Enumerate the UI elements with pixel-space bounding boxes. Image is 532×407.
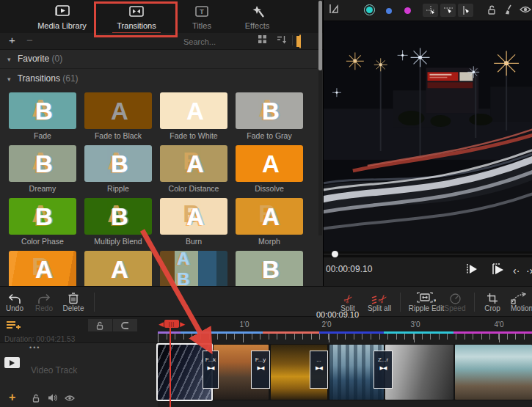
transition-marker-label: Z...r: [374, 356, 392, 363]
seekbar-track: [324, 254, 532, 254]
tab-label: Media Library: [37, 21, 87, 30]
transition-tile[interactable]: A B Multiply Blend: [84, 198, 152, 246]
tab-transitions[interactable]: Transitions: [103, 4, 170, 34]
play-from-playhead-button[interactable]: [465, 263, 478, 275]
transition-tile[interactable]: B: [236, 251, 303, 286]
line-snap-cursor-tool[interactable]: [458, 4, 473, 17]
timeline-ruler[interactable]: 00:00:09.10 1'0 2'0 3'0 4'0: [158, 317, 532, 342]
transition-label: Burn: [160, 237, 227, 246]
sort-icon[interactable]: [277, 35, 287, 44]
playhead-left-arrow-icon[interactable]: ◀: [158, 320, 164, 328]
redo-button[interactable]: Redo: [31, 290, 57, 312]
split-button[interactable]: ✂ Split: [332, 290, 363, 312]
remove-favorite-button[interactable]: −: [26, 33, 33, 48]
lock-icon[interactable]: [487, 4, 497, 15]
preview-seekbar[interactable]: [324, 252, 532, 257]
tab-effects[interactable]: Effects: [233, 4, 281, 30]
track-lock-icon[interactable]: [32, 394, 40, 403]
svg-text:T: T: [200, 8, 204, 15]
ruler-minute-label: 3'0: [404, 320, 426, 329]
transition-marker[interactable]: ... ▶◀: [310, 351, 328, 389]
section-transitions[interactable]: ▾ Transitions (61): [0, 69, 317, 88]
transition-marker[interactable]: F...k ▶◀: [203, 351, 219, 389]
delete-button[interactable]: Delete: [59, 290, 88, 312]
track-header: [0, 342, 158, 407]
thumbnail-letter: B: [35, 98, 53, 125]
speed-button[interactable]: Speed: [439, 290, 471, 312]
transition-tile[interactable]: A: [84, 251, 152, 286]
transition-tile[interactable]: A Fade to Black: [84, 92, 152, 141]
scrollbar-thumb[interactable]: [318, 1, 322, 70]
transition-tile[interactable]: A Dissolve: [236, 145, 303, 194]
split-all-label: Split all: [368, 304, 391, 312]
section-favorite[interactable]: ▾ Favorite (0): [0, 49, 317, 69]
transition-label: Ripple: [84, 184, 152, 194]
transition-thumbnail: A B: [84, 145, 152, 182]
motion-button[interactable]: Motion: [511, 290, 532, 312]
grid-view-icon[interactable]: [258, 35, 266, 43]
edge-snap-cursor-tool[interactable]: [440, 4, 456, 17]
transition-tile[interactable]: A B Dreamy: [9, 145, 76, 194]
playhead-right-arrow-icon[interactable]: ▶: [179, 320, 186, 328]
track-menu-button[interactable]: •••: [29, 344, 40, 351]
transition-marker[interactable]: F...y ▶◀: [251, 351, 270, 389]
library-sections: ▾ Favorite (0) ▾ Transitions (61) A B Fa…: [0, 49, 317, 286]
seekbar-handle[interactable]: [332, 251, 338, 257]
tab-media-library[interactable]: Media Library: [31, 4, 93, 30]
search-input[interactable]: [182, 34, 252, 48]
crosshair-cursor-tool[interactable]: [423, 4, 438, 17]
transition-tile[interactable]: B A Morph: [236, 198, 303, 246]
crop-button[interactable]: Crop: [477, 290, 508, 312]
magnet-snap-button[interactable]: [113, 319, 137, 331]
playhead-grip[interactable]: |||: [164, 320, 179, 328]
playhead-marker[interactable]: ◀ ||| ▶: [158, 320, 186, 328]
marker-color-cyan-dot[interactable]: [364, 4, 375, 15]
transition-tile[interactable]: B A Burn: [160, 198, 227, 246]
track-mute-speaker-icon[interactable]: [48, 394, 57, 402]
scrollbar[interactable]: [318, 1, 322, 235]
transition-tile[interactable]: B A Color Distance: [160, 145, 227, 194]
split-all-button[interactable]: ✂ Split all: [361, 290, 398, 312]
transition-bowtie-icon: ▶◀: [310, 365, 327, 371]
video-preview[interactable]: [324, 21, 532, 252]
video-track-icon[interactable]: [4, 357, 20, 368]
motion-icon: [511, 290, 532, 304]
transition-label: Fade to Gray: [236, 131, 303, 141]
undo-icon: [1, 290, 28, 304]
thumbnail-letter: A: [186, 150, 204, 178]
transition-thumbnail: A B: [236, 92, 303, 129]
transition-tile[interactable]: A B Color Phase: [9, 198, 76, 246]
collapse-panel-icon[interactable]: [299, 35, 301, 48]
thumbnail-letter: A: [111, 98, 128, 125]
trash-icon: [59, 290, 88, 304]
transition-tile[interactable]: B A: [9, 251, 76, 286]
transition-marker[interactable]: Z...r ▶◀: [374, 351, 393, 389]
add-favorite-button[interactable]: +: [9, 33, 15, 48]
tab-titles[interactable]: T Titles: [180, 4, 224, 30]
transition-tile[interactable]: A B Fade: [9, 92, 76, 141]
undo-button[interactable]: Undo: [1, 290, 28, 312]
next-frame-button[interactable]: ·›: [526, 265, 532, 276]
timeline-lock-button[interactable]: [88, 319, 112, 331]
transition-tile[interactable]: A B Fade to Gray: [236, 92, 303, 141]
transition-tile[interactable]: A Fade to White: [160, 92, 227, 141]
timeline-clip[interactable]: [385, 345, 453, 400]
add-clip-button[interactable]: +: [9, 392, 15, 403]
add-track-button[interactable]: [6, 320, 21, 331]
transition-bowtie-icon: ▶◀: [203, 365, 218, 371]
broom-icon[interactable]: [503, 4, 514, 15]
track-visibility-eye-icon[interactable]: [65, 395, 75, 402]
play-fragment-button[interactable]: [491, 263, 506, 275]
previous-frame-button[interactable]: ‹·: [513, 265, 520, 276]
transition-tile[interactable]: A B: [160, 251, 227, 286]
marker-color-magenta-dot[interactable]: [404, 7, 411, 14]
transition-tile[interactable]: A B Ripple: [84, 145, 152, 194]
toolbar-divider: [400, 293, 401, 312]
timeline-clip[interactable]: [455, 345, 532, 400]
tab-label: Effects: [245, 21, 269, 30]
transition-label: Color Distance: [160, 184, 227, 194]
thumbnail-letter: A: [262, 203, 280, 231]
snap-icon[interactable]: [328, 3, 340, 15]
eye-icon[interactable]: [520, 5, 531, 14]
marker-color-blue-dot[interactable]: [386, 8, 392, 14]
